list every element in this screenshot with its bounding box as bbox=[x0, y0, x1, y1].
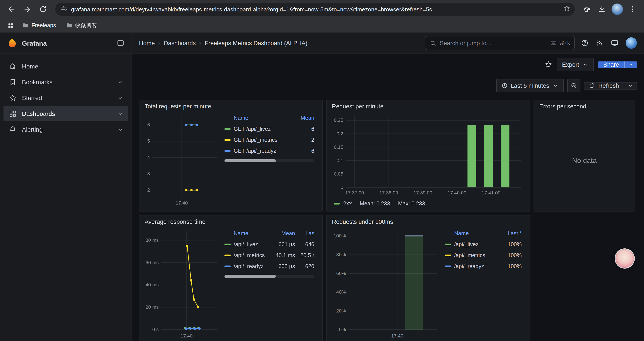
legend-row[interactable]: GET /api/_metrics2 bbox=[224, 134, 314, 145]
sidebar-toggle-icon[interactable] bbox=[116, 39, 124, 47]
request-per-minute-chart: 0.250.20.150.10.05017:37:0017:38:0017:39… bbox=[329, 111, 525, 198]
brand-title: Grafana bbox=[22, 39, 47, 47]
panel-title: Total requests per minute bbox=[140, 100, 322, 110]
chevron-down-icon bbox=[628, 62, 634, 68]
search-input[interactable]: Search or jump to... ⌘+k bbox=[425, 36, 575, 50]
svg-text:80 ms: 80 ms bbox=[146, 237, 159, 243]
share-menu-caret[interactable] bbox=[624, 61, 637, 68]
back-button[interactable] bbox=[4, 2, 18, 16]
bookmark-freeleaps[interactable]: Freeleaps bbox=[18, 21, 60, 30]
breadcrumb-item[interactable]: Freeleaps Metrics Dashboard (ALPHA) bbox=[205, 40, 307, 46]
forward-button[interactable] bbox=[20, 2, 34, 16]
legend-col-name[interactable]: Name bbox=[234, 230, 268, 236]
refresh-button[interactable]: Refresh bbox=[584, 82, 637, 89]
svg-text:0.1: 0.1 bbox=[336, 158, 343, 163]
svg-text:0.05: 0.05 bbox=[334, 171, 343, 177]
series-swatch bbox=[445, 265, 451, 267]
browser-profile-avatar[interactable] bbox=[612, 4, 623, 15]
apps-grid-icon[interactable] bbox=[5, 20, 16, 31]
legend-row[interactable]: /api/_metrics40.1 ms20.5 r bbox=[224, 250, 314, 261]
svg-text:4: 4 bbox=[147, 155, 150, 160]
legend-col[interactable]: Mean bbox=[290, 115, 314, 121]
sidebar-item-bookmarks[interactable]: Bookmarks bbox=[4, 75, 128, 90]
site-info-icon[interactable] bbox=[60, 5, 68, 14]
legend-row[interactable]: GET /api/_readyz6 bbox=[224, 145, 314, 156]
sidebar-item-dashboards[interactable]: Dashboards bbox=[4, 106, 128, 121]
series-swatch bbox=[224, 150, 230, 152]
chevron-down-icon[interactable] bbox=[117, 95, 124, 101]
refresh-interval-caret[interactable] bbox=[624, 82, 636, 89]
panel-total-requests[interactable]: Total requests per minute 6543217:40 Nam… bbox=[139, 100, 323, 212]
floating-assistant-avatar[interactable] bbox=[616, 249, 634, 268]
legend-scrollbar[interactable] bbox=[224, 275, 314, 278]
legend-col[interactable]: Mean bbox=[268, 230, 295, 236]
legend-col-name[interactable]: Name bbox=[234, 115, 290, 121]
sidebar-item-starred[interactable]: Starred bbox=[4, 90, 128, 105]
series-swatch bbox=[445, 243, 451, 245]
panel-requests-under-100ms[interactable]: Requests under 100ms 100%80%60%40%20%0%1… bbox=[326, 215, 530, 341]
no-data-message: No data bbox=[534, 110, 635, 211]
series-label[interactable]: 2xx bbox=[343, 201, 352, 207]
total-requests-legend: NameMeanGET /api/_livez6GET /api/_metric… bbox=[222, 111, 319, 211]
download-icon[interactable] bbox=[595, 2, 609, 16]
svg-text:6: 6 bbox=[147, 122, 150, 128]
request-per-minute-legend: 2xx Mean: 0.233 Max: 0.233 bbox=[326, 198, 530, 209]
chevron-down-icon bbox=[627, 83, 634, 89]
svg-text:0 s: 0 s bbox=[152, 327, 159, 332]
reload-button[interactable] bbox=[36, 2, 50, 16]
share-button[interactable]: Share bbox=[598, 61, 637, 68]
series-swatch bbox=[334, 203, 340, 204]
chevron-down-icon[interactable] bbox=[117, 79, 124, 85]
chevron-down-icon bbox=[552, 83, 558, 89]
svg-text:0%: 0% bbox=[339, 327, 346, 332]
browser-menu-icon[interactable] bbox=[626, 2, 640, 16]
legend-col-name[interactable]: Name bbox=[454, 230, 499, 236]
svg-text:0.15: 0.15 bbox=[334, 144, 343, 150]
favorite-star-icon[interactable] bbox=[544, 61, 552, 69]
grafana-logo[interactable] bbox=[7, 38, 18, 48]
legend-scrollbar[interactable] bbox=[224, 159, 314, 162]
folder-icon bbox=[22, 22, 29, 29]
legend-row[interactable]: GET /api/_livez6 bbox=[224, 123, 314, 134]
panel-errors-per-second[interactable]: Errors per second No data bbox=[534, 100, 635, 212]
user-avatar[interactable] bbox=[626, 37, 637, 49]
help-icon[interactable] bbox=[581, 39, 589, 47]
browser-actions bbox=[580, 2, 640, 16]
series-max: Max: 0.233 bbox=[398, 201, 425, 207]
zoom-out-button[interactable] bbox=[567, 79, 580, 92]
legend-row[interactable]: /api/_livez661 µs646 bbox=[224, 239, 314, 250]
legend-row[interactable]: /api/_readyz100% bbox=[445, 261, 522, 272]
breadcrumb-item[interactable]: Home bbox=[139, 40, 155, 46]
sidebar-item-home[interactable]: Home bbox=[4, 59, 128, 74]
grafana-header: Home›Dashboards›Freeleaps Metrics Dashbo… bbox=[132, 33, 644, 54]
legend-row[interactable]: /api/_readyz605 µs620 bbox=[224, 261, 314, 272]
panel-title: Average response time bbox=[140, 215, 322, 225]
dashboard-actions: Export Share bbox=[139, 54, 637, 73]
url-bar[interactable]: grafana.mathmast.com/d/deytv4rwavabkb/fr… bbox=[55, 3, 575, 16]
monitor-icon[interactable] bbox=[611, 39, 618, 47]
panel-average-response-time[interactable]: Average response time 80 ms60 ms40 ms20 … bbox=[139, 215, 323, 341]
legend-header: NameLast * bbox=[445, 228, 522, 239]
breadcrumb-separator: › bbox=[158, 40, 160, 47]
extensions-icon[interactable] bbox=[580, 2, 594, 16]
series-swatch bbox=[224, 265, 230, 267]
news-feed-icon[interactable] bbox=[596, 39, 604, 47]
export-button[interactable]: Export bbox=[557, 58, 594, 71]
series-mean: Mean: 0.233 bbox=[360, 201, 390, 207]
legend-row[interactable]: /api/_livez100% bbox=[445, 239, 522, 250]
time-range-picker[interactable]: Last 5 minutes bbox=[496, 79, 564, 92]
folder-icon bbox=[66, 22, 72, 29]
legend-row[interactable]: /api/_metrics100% bbox=[445, 250, 522, 261]
sidebar-item-alerting[interactable]: Alerting bbox=[4, 122, 128, 137]
breadcrumb-item[interactable]: Dashboards bbox=[164, 40, 196, 46]
legend-col[interactable]: Last * bbox=[499, 230, 522, 236]
chevron-down-icon[interactable] bbox=[117, 110, 124, 117]
url-text[interactable]: grafana.mathmast.com/d/deytv4rwavabkb/fr… bbox=[71, 6, 559, 13]
legend-col[interactable]: Las bbox=[295, 230, 314, 236]
bookmark-star-icon[interactable] bbox=[563, 5, 570, 14]
chevron-down-icon[interactable] bbox=[117, 126, 124, 133]
svg-text:17:40: 17:40 bbox=[391, 333, 403, 338]
bookmark-favorites-blog[interactable]: 收藏博客 bbox=[62, 21, 100, 31]
panel-request-per-minute[interactable]: Request per minute 0.250.20.150.10.05017… bbox=[326, 100, 530, 212]
svg-text:17:40:00: 17:40:00 bbox=[448, 190, 466, 195]
